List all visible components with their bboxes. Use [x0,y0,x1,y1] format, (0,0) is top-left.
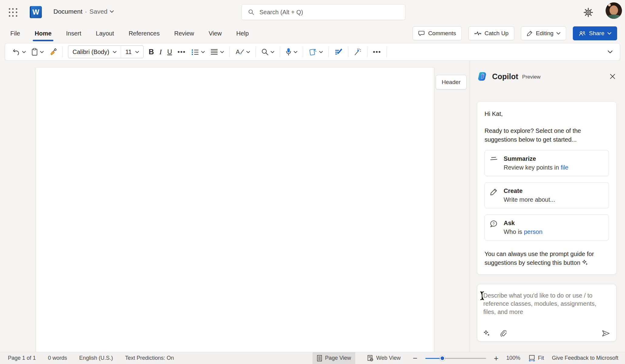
more-formatting-button[interactable]: ••• [175,46,188,58]
font-size-select[interactable]: 11 [121,46,143,58]
tab-view[interactable]: View [208,28,222,39]
top-bar: W Document · Saved Search (Alt + Q) [0,0,625,24]
search-input[interactable]: Search (Alt + Q) [242,4,405,20]
send-button[interactable] [602,330,610,337]
svg-text:A: A [236,49,240,55]
editing-mode-button[interactable]: Editing [521,26,566,40]
find-button[interactable] [258,46,277,58]
prompt-guide-button[interactable] [483,330,491,337]
save-status: Saved [90,8,108,15]
tab-help[interactable]: Help [236,28,249,39]
zoom-slider[interactable] [425,356,486,361]
word-app-window: W Document · Saved Search (Alt + Q) [0,0,625,364]
tab-review[interactable]: Review [174,28,195,39]
word-app-icon[interactable]: W [30,6,42,18]
zoom-out-button[interactable]: − [413,354,417,362]
bold-button[interactable]: B [146,46,157,58]
ribbon-tabs: File Home Insert Layout References Revie… [0,28,249,39]
word-count[interactable]: 0 words [48,355,67,361]
text-effects-button[interactable]: A [232,46,253,58]
user-avatar[interactable] [606,2,622,19]
app-launcher-icon[interactable] [8,7,18,18]
tab-references[interactable]: References [128,28,160,39]
chevron-down-icon [110,10,114,13]
document-page[interactable] [36,67,434,352]
preview-badge: Preview [522,74,540,80]
tab-insert[interactable]: Insert [66,28,82,39]
catch-up-button[interactable]: Catch Up [468,26,514,40]
font-name-select[interactable]: Calibri (Body) [68,46,121,58]
document-title-menu[interactable]: Document · Saved [53,8,114,15]
chevron-down-icon [246,51,250,53]
more-commands-button[interactable]: ••• [370,46,384,58]
page-count[interactable]: Page 1 of 1 [8,355,36,361]
language-status[interactable]: English (U.S.) [79,355,113,361]
chevron-down-icon [22,51,26,53]
editor-button[interactable] [331,46,345,58]
zoom-in-button[interactable]: + [494,354,498,362]
chevron-down-icon [556,32,560,35]
send-icon [602,330,610,337]
create-pencil-icon [490,188,498,196]
format-painter-button[interactable] [46,46,60,58]
ribbon-toolbar: Calibri (Body) 11 B I U ••• [5,43,620,61]
prompt-guide-sparkle-icon [483,330,491,337]
copilot-header: Copilot Preview [477,70,618,83]
collapse-ribbon-button[interactable] [605,50,616,53]
header-tab[interactable]: Header [436,75,467,89]
copilot-logo-icon [477,71,488,82]
copilot-greeting: Hi Kat, [485,110,609,117]
magic-wand-button[interactable] [351,46,364,58]
attach-button[interactable] [500,330,506,337]
prompt-toolbar [483,330,610,337]
align-button[interactable] [208,46,227,58]
suggestion-summarize[interactable]: Summarize Review key points in file [485,150,609,176]
zoom-slider-knob[interactable] [440,356,445,361]
status-bar: Page 1 of 1 0 words English (U.S.) Text … [0,352,625,364]
tab-file[interactable]: File [10,28,21,39]
page-view-button[interactable]: Page View [312,352,355,364]
microphone-icon [285,48,292,56]
italic-button[interactable]: I [157,46,164,58]
menu-bar: File Home Insert Layout References Revie… [0,24,625,42]
comment-icon [418,30,425,36]
settings-button[interactable] [583,7,593,18]
chevron-down-icon [319,51,323,53]
undo-button[interactable] [9,46,29,58]
search-icon [248,9,255,15]
fit-button[interactable]: Fit [528,355,544,362]
feedback-link[interactable]: Give Feedback to Microsoft [552,355,618,361]
zoom-level[interactable]: 100% [506,355,520,361]
tab-home[interactable]: Home [34,28,52,39]
people-icon [579,31,586,36]
magic-wand-icon [354,48,362,56]
chevron-down-icon [113,51,117,53]
tab-layout[interactable]: Layout [95,28,115,39]
dictate-button[interactable] [283,46,300,58]
share-button[interactable]: Share [573,26,617,40]
clipboard-icon [31,48,38,56]
close-icon [609,73,616,80]
bullet-list-button[interactable] [188,46,208,58]
person-link[interactable]: person [524,228,542,235]
web-view-button[interactable]: Web View [363,352,405,364]
document-canvas: Header Copilot Preview [0,61,625,352]
copilot-draft-button[interactable] [306,46,326,58]
comments-button[interactable]: Comments [413,26,462,40]
suggestion-ask[interactable]: ? Ask Who is person [485,214,609,241]
close-copilot-button[interactable] [607,71,618,82]
editor-pen-icon [334,48,343,56]
text-effects-icon: A [235,48,244,56]
underline-button[interactable]: U [164,46,175,58]
find-icon [261,48,269,56]
sparkle-icon [582,260,589,266]
bullet-list-icon [191,49,199,55]
ellipsis-icon: ••• [373,49,381,56]
suggestion-create[interactable]: Create Write more about... [485,182,609,208]
svg-text:?: ? [493,222,495,226]
paste-button[interactable] [29,46,46,58]
text-cursor-icon [480,291,485,301]
text-predictions-status[interactable]: Text Predictions: On [125,355,174,361]
file-link[interactable]: file [561,164,569,171]
copilot-prompt-input[interactable]: Describe what you'd like to do or use / … [477,284,617,342]
